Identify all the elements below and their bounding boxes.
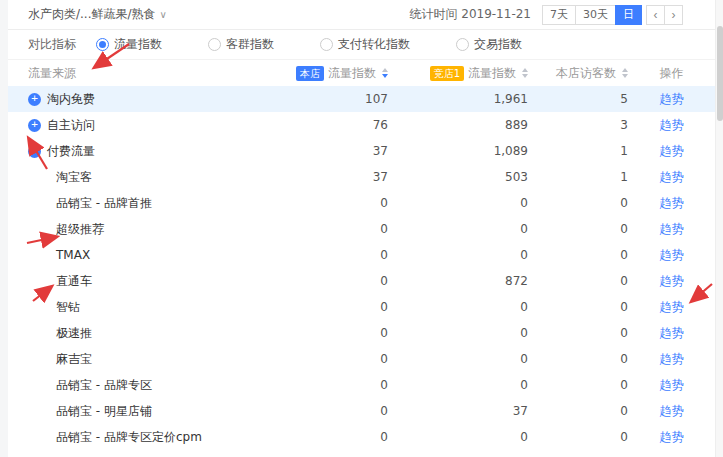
traffic-source-cell: 极速推 bbox=[8, 325, 270, 342]
expand-toggle-icon[interactable]: − bbox=[28, 145, 41, 158]
rival-index-value: 0 bbox=[388, 352, 528, 366]
scrollbar-thumb[interactable] bbox=[717, 26, 723, 121]
traffic-source-name: 直通车 bbox=[56, 273, 92, 290]
prev-day-button[interactable]: ‹ bbox=[646, 5, 665, 25]
traffic-source-name: 淘宝客 bbox=[56, 169, 92, 186]
shop-index-value: 0 bbox=[270, 300, 388, 314]
rival-index-value: 503 bbox=[388, 170, 528, 184]
shop-index-value: 0 bbox=[270, 196, 388, 210]
radio-icon bbox=[208, 38, 221, 51]
shop-visitors-value: 5 bbox=[528, 92, 628, 106]
table-row: + 自主访问 76 889 3 趋势 bbox=[8, 112, 723, 138]
metric-option-label: 客群指数 bbox=[226, 36, 274, 53]
vertical-scrollbar[interactable] bbox=[715, 0, 723, 457]
date-controls: 统计时间 2019-11-21 7天 30天 日 ‹ › bbox=[409, 5, 683, 25]
shop-index-value: 0 bbox=[270, 404, 388, 418]
rival-index-value: 0 bbox=[388, 222, 528, 236]
trend-link[interactable]: 趋势 bbox=[660, 430, 684, 444]
rival-index-value: 872 bbox=[388, 274, 528, 288]
shop-index-value: 0 bbox=[270, 248, 388, 262]
metric-option-conversion-index[interactable]: 支付转化指数 bbox=[320, 36, 410, 53]
table-row: 极速推 0 0 0 趋势 bbox=[8, 320, 723, 346]
traffic-source-cell: 品销宝 - 明星店铺 bbox=[8, 403, 270, 420]
shop-visitors-value: 0 bbox=[528, 248, 628, 262]
traffic-source-cell: 品销宝 - 品牌专区定价cpm bbox=[8, 429, 270, 446]
metric-option-label: 交易指数 bbox=[474, 36, 522, 53]
traffic-source-name: 品销宝 - 明星店铺 bbox=[56, 403, 152, 420]
shop-visitors-value: 0 bbox=[528, 378, 628, 392]
topbar: 水产肉类/...鲜蔬果/熟食 ∨ 统计时间 2019-11-21 7天 30天 … bbox=[8, 0, 723, 30]
traffic-source-name: 自主访问 bbox=[47, 117, 95, 134]
col-shop-visitors[interactable]: 本店访客数 bbox=[528, 65, 628, 82]
shop-index-value: 107 bbox=[270, 92, 388, 106]
table-row: TMAX 0 0 0 趋势 bbox=[8, 242, 723, 268]
metric-option-label: 支付转化指数 bbox=[338, 36, 410, 53]
trend-link[interactable]: 趋势 bbox=[660, 274, 684, 288]
table-row: 麻吉宝 0 0 0 趋势 bbox=[8, 346, 723, 372]
rival-index-value: 0 bbox=[388, 430, 528, 444]
shop-index-value: 0 bbox=[270, 274, 388, 288]
traffic-source-cell: − 付费流量 bbox=[8, 143, 270, 160]
traffic-source-name: 品销宝 - 品牌专区定价cpm bbox=[56, 429, 202, 446]
category-selector[interactable]: 水产肉类/...鲜蔬果/熟食 ∨ bbox=[28, 6, 167, 23]
trend-link[interactable]: 趋势 bbox=[660, 144, 684, 158]
rival-badge: 竞店1 bbox=[430, 66, 464, 81]
shop-visitors-value: 1 bbox=[528, 144, 628, 158]
traffic-source-name: 超级推荐 bbox=[56, 221, 104, 238]
trend-link[interactable]: 趋势 bbox=[660, 196, 684, 210]
category-label: 水产肉类/...鲜蔬果/熟食 bbox=[28, 6, 156, 23]
trend-link[interactable]: 趋势 bbox=[660, 92, 684, 106]
trend-link[interactable]: 趋势 bbox=[660, 222, 684, 236]
traffic-source-cell: 品销宝 - 品牌首推 bbox=[8, 195, 270, 212]
range-30d-button[interactable]: 30天 bbox=[575, 5, 616, 25]
expand-toggle-icon[interactable]: + bbox=[28, 119, 41, 132]
compare-metrics-bar: 对比指标 流量指数 客群指数 支付转化指数 交易指数 bbox=[8, 30, 723, 60]
metric-option-traffic-index[interactable]: 流量指数 bbox=[96, 36, 162, 53]
table-row: 品销宝 - 品牌专区 0 0 0 趋势 bbox=[8, 372, 723, 398]
shop-visitors-value: 1 bbox=[528, 170, 628, 184]
trend-link[interactable]: 趋势 bbox=[660, 326, 684, 340]
trend-link[interactable]: 趋势 bbox=[660, 170, 684, 184]
traffic-source-cell: 淘宝客 bbox=[8, 169, 270, 186]
shop-visitors-value: 0 bbox=[528, 274, 628, 288]
shop-index-value: 0 bbox=[270, 430, 388, 444]
shop-badge: 本店 bbox=[296, 66, 324, 81]
table-row: 品销宝 - 明星店铺 0 37 0 趋势 bbox=[8, 398, 723, 424]
table-row: 品销宝 - 品牌首推 0 0 0 趋势 bbox=[8, 190, 723, 216]
metric-option-customer-index[interactable]: 客群指数 bbox=[208, 36, 274, 53]
chevron-right-icon: › bbox=[672, 8, 676, 22]
metric-option-trade-index[interactable]: 交易指数 bbox=[456, 36, 522, 53]
traffic-source-name: 品销宝 - 品牌专区 bbox=[56, 377, 152, 394]
col-traffic-source: 流量来源 bbox=[8, 65, 270, 82]
range-day-button[interactable]: 日 bbox=[615, 5, 642, 25]
traffic-source-name: 淘内免费 bbox=[47, 91, 95, 108]
rival-index-value: 0 bbox=[388, 248, 528, 262]
traffic-source-name: 品销宝 - 品牌首推 bbox=[56, 195, 152, 212]
range-7d-button[interactable]: 7天 bbox=[542, 5, 576, 25]
expand-toggle-icon[interactable]: + bbox=[28, 93, 41, 106]
shop-index-value: 37 bbox=[270, 170, 388, 184]
radio-selected-icon bbox=[96, 38, 109, 51]
traffic-source-name: TMAX bbox=[56, 248, 90, 262]
trend-link[interactable]: 趋势 bbox=[660, 352, 684, 366]
trend-link[interactable]: 趋势 bbox=[660, 248, 684, 262]
col-rival-traffic-index[interactable]: 竞店1 流量指数 bbox=[388, 65, 528, 82]
metrics-label: 对比指标 bbox=[28, 36, 76, 53]
table-row: − 付费流量 37 1,089 1 趋势 bbox=[8, 138, 723, 164]
stat-time-label: 统计时间 2019-11-21 bbox=[409, 6, 531, 23]
shop-visitors-value: 0 bbox=[528, 404, 628, 418]
trend-link[interactable]: 趋势 bbox=[660, 404, 684, 418]
shop-index-value: 37 bbox=[270, 144, 388, 158]
rival-index-value: 0 bbox=[388, 378, 528, 392]
table-row: 淘宝客 37 503 1 趋势 bbox=[8, 164, 723, 190]
next-day-button[interactable]: › bbox=[664, 5, 683, 25]
trend-link[interactable]: 趋势 bbox=[660, 378, 684, 392]
radio-icon bbox=[320, 38, 333, 51]
traffic-source-name: 极速推 bbox=[56, 325, 92, 342]
rival-index-value: 0 bbox=[388, 300, 528, 314]
trend-link[interactable]: 趋势 bbox=[660, 118, 684, 132]
table-row: 智钻 0 0 0 趋势 bbox=[8, 294, 723, 320]
col-shop-traffic-index[interactable]: 本店 流量指数 bbox=[270, 65, 388, 82]
trend-link[interactable]: 趋势 bbox=[660, 300, 684, 314]
traffic-source-cell: 直通车 bbox=[8, 273, 270, 290]
